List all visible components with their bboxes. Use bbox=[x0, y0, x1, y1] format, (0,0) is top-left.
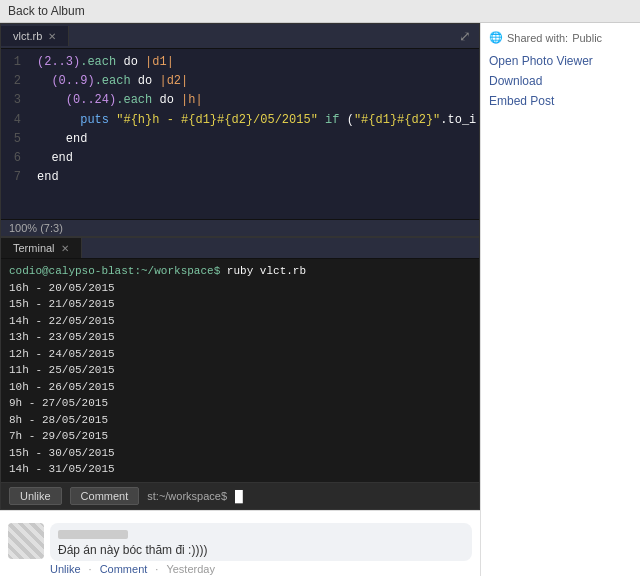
terminal-tab-item[interactable]: Terminal ✕ bbox=[1, 238, 82, 258]
cursor-block: █ bbox=[235, 490, 243, 502]
commenter-avatar bbox=[8, 523, 44, 559]
blurred-name-1 bbox=[58, 530, 128, 539]
dot-separator-1: · bbox=[89, 563, 92, 575]
terminal-tab: Terminal ✕ bbox=[1, 238, 479, 259]
left-panel: vlct.rb ✕ ⤢ 1 2 3 4 5 6 7 (2..3).each do… bbox=[0, 23, 480, 576]
comment-link[interactable]: Comment bbox=[100, 563, 148, 575]
comment-content: Đáp án này bóc thăm đi :)))) Unlike · Co… bbox=[50, 523, 472, 577]
terminal-output-line-9: 8h - 28/05/2015 bbox=[9, 412, 471, 429]
comment-text-main: Đáp án này bóc thăm đi :)))) bbox=[58, 543, 464, 557]
editor-status: 100% (7:3) bbox=[1, 219, 479, 236]
globe-icon: 🌐 bbox=[489, 31, 503, 44]
download-link[interactable]: Download bbox=[489, 74, 632, 88]
comment-button[interactable]: Comment bbox=[70, 487, 140, 505]
terminal-actions: Unlike Comment st:~/workspace$ █ bbox=[1, 482, 479, 509]
terminal-output-line-7: 10h - 26/05/2015 bbox=[9, 379, 471, 396]
terminal-output-line-6: 11h - 25/05/2015 bbox=[9, 362, 471, 379]
status-text: 100% (7:3) bbox=[9, 222, 63, 234]
terminal-output-line-10: 7h - 29/05/2015 bbox=[9, 428, 471, 445]
terminal-output-line-5: 12h - 24/05/2015 bbox=[9, 346, 471, 363]
terminal-final-prompt: st:~/workspace$ bbox=[147, 490, 227, 502]
embed-post-link[interactable]: Embed Post bbox=[489, 94, 632, 108]
terminal-output-line-8: 9h - 27/05/2015 bbox=[9, 395, 471, 412]
fb-section: Đáp án này bóc thăm đi :)))) Unlike · Co… bbox=[0, 510, 480, 577]
line-numbers: 1 2 3 4 5 6 7 bbox=[1, 53, 29, 215]
comment-row-main: Đáp án này bóc thăm đi :)))) Unlike · Co… bbox=[8, 519, 472, 577]
comment-bubble-main: Đáp án này bóc thăm đi :)))) bbox=[50, 523, 472, 561]
right-panel: 🌐 Shared with: Public Open Photo Viewer … bbox=[480, 23, 640, 576]
comment-action-links: Unlike · Comment · Yesterday bbox=[50, 561, 472, 577]
terminal-output-line-12: 14h - 31/05/2015 bbox=[9, 461, 471, 478]
editor-tab: vlct.rb ✕ ⤢ bbox=[1, 24, 479, 49]
shared-with-label: Shared with: bbox=[507, 32, 568, 44]
terminal-output-line-4: 13h - 23/05/2015 bbox=[9, 329, 471, 346]
terminal-command: ruby vlct.rb bbox=[220, 265, 306, 277]
terminal-output-line-3: 14h - 22/05/2015 bbox=[9, 313, 471, 330]
back-link[interactable]: Back to Album bbox=[0, 0, 640, 23]
terminal-output-line-2: 15h - 21/05/2015 bbox=[9, 296, 471, 313]
code-body: 1 2 3 4 5 6 7 (2..3).each do |d1| (0..9)… bbox=[1, 49, 479, 219]
expand-icon[interactable]: ⤢ bbox=[451, 24, 479, 48]
editor-tab-item[interactable]: vlct.rb ✕ bbox=[1, 26, 69, 46]
editor-area: vlct.rb ✕ ⤢ 1 2 3 4 5 6 7 (2..3).each do… bbox=[0, 23, 480, 237]
open-photo-viewer-link[interactable]: Open Photo Viewer bbox=[489, 54, 632, 68]
time-label: Yesterday bbox=[166, 563, 215, 575]
terminal-body: codio@calypso-blast:~/workspace$ ruby vl… bbox=[1, 259, 479, 482]
terminal-prompt: codio@calypso-blast:~/workspace$ bbox=[9, 265, 220, 277]
code-content: (2..3).each do |d1| (0..9).each do |d2| … bbox=[29, 53, 479, 215]
shared-with: 🌐 Shared with: Public bbox=[489, 31, 632, 44]
dot-separator-2: · bbox=[155, 563, 158, 575]
editor-filename: vlct.rb bbox=[13, 30, 42, 42]
back-link-text[interactable]: Back to Album bbox=[8, 4, 85, 18]
terminal-output-line-11: 15h - 30/05/2015 bbox=[9, 445, 471, 462]
terminal-output-line-1: 16h - 20/05/2015 bbox=[9, 280, 471, 297]
terminal-close-icon[interactable]: ✕ bbox=[61, 243, 69, 254]
tab-close-icon[interactable]: ✕ bbox=[48, 31, 56, 42]
terminal-area: Terminal ✕ codio@calypso-blast:~/workspa… bbox=[0, 237, 480, 510]
terminal-filename: Terminal bbox=[13, 242, 55, 254]
unlike-button[interactable]: Unlike bbox=[9, 487, 62, 505]
public-label: Public bbox=[572, 32, 602, 44]
unlike-link[interactable]: Unlike bbox=[50, 563, 81, 575]
